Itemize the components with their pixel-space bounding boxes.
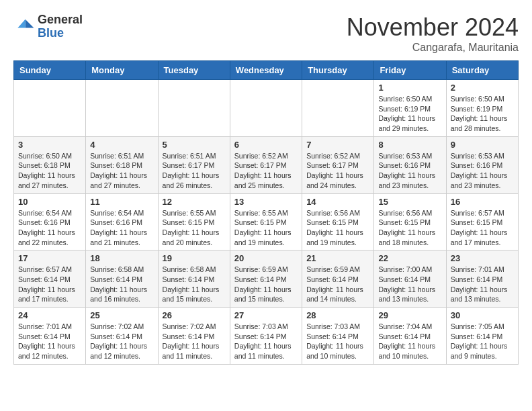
day-info: Sunrise: 7:02 AM Sunset: 6:14 PM Dayligh… — [90, 322, 153, 361]
calendar-day-29: 29Sunrise: 7:04 AM Sunset: 6:14 PM Dayli… — [374, 308, 446, 365]
calendar-day-18: 18Sunrise: 6:58 AM Sunset: 6:14 PM Dayli… — [86, 250, 158, 308]
day-info: Sunrise: 6:52 AM Sunset: 6:17 PM Dayligh… — [306, 151, 369, 191]
day-info: Sunrise: 6:57 AM Sunset: 6:14 PM Dayligh… — [18, 265, 81, 304]
calendar-table: SundayMondayTuesdayWednesdayThursdayFrid… — [13, 60, 519, 365]
day-number: 10 — [18, 197, 81, 207]
calendar-day-1: 1Sunrise: 6:50 AM Sunset: 6:19 PM Daylig… — [374, 80, 446, 137]
location: Cangarafa, Mauritania — [347, 42, 519, 54]
calendar-empty-cell — [14, 80, 86, 137]
day-number: 1 — [378, 83, 441, 93]
day-number: 20 — [234, 253, 298, 263]
calendar-day-22: 22Sunrise: 7:00 AM Sunset: 6:14 PM Dayli… — [374, 250, 446, 308]
svg-marker-0 — [26, 19, 34, 28]
calendar-week-3: 10Sunrise: 6:54 AM Sunset: 6:16 PM Dayli… — [14, 193, 519, 250]
calendar-day-13: 13Sunrise: 6:55 AM Sunset: 6:15 PM Dayli… — [230, 193, 302, 250]
day-number: 17 — [18, 253, 81, 263]
day-info: Sunrise: 7:02 AM Sunset: 6:14 PM Dayligh… — [163, 322, 226, 361]
day-info: Sunrise: 6:53 AM Sunset: 6:16 PM Dayligh… — [378, 151, 441, 191]
weekday-monday: Monday — [86, 61, 158, 80]
day-info: Sunrise: 6:58 AM Sunset: 6:14 PM Dayligh… — [163, 265, 226, 304]
calendar-day-28: 28Sunrise: 7:03 AM Sunset: 6:14 PM Dayli… — [302, 308, 374, 365]
day-info: Sunrise: 7:03 AM Sunset: 6:14 PM Dayligh… — [234, 322, 298, 361]
calendar-day-15: 15Sunrise: 6:56 AM Sunset: 6:15 PM Dayli… — [374, 193, 446, 250]
day-number: 28 — [306, 310, 369, 320]
day-info: Sunrise: 6:54 AM Sunset: 6:16 PM Dayligh… — [18, 208, 81, 248]
day-info: Sunrise: 6:56 AM Sunset: 6:15 PM Dayligh… — [378, 208, 441, 248]
day-number: 3 — [18, 140, 81, 150]
day-number: 12 — [163, 197, 226, 207]
calendar-week-1: 1Sunrise: 6:50 AM Sunset: 6:19 PM Daylig… — [14, 80, 519, 137]
day-number: 24 — [18, 310, 81, 320]
calendar-day-12: 12Sunrise: 6:55 AM Sunset: 6:15 PM Dayli… — [158, 193, 230, 250]
day-info: Sunrise: 7:00 AM Sunset: 6:14 PM Dayligh… — [378, 265, 441, 304]
day-info: Sunrise: 6:55 AM Sunset: 6:15 PM Dayligh… — [163, 208, 226, 248]
day-info: Sunrise: 7:04 AM Sunset: 6:14 PM Dayligh… — [378, 322, 441, 361]
calendar-empty-cell — [230, 80, 302, 137]
calendar-day-3: 3Sunrise: 6:50 AM Sunset: 6:18 PM Daylig… — [14, 136, 86, 193]
day-number: 2 — [451, 83, 514, 93]
day-number: 4 — [90, 140, 153, 150]
day-info: Sunrise: 7:05 AM Sunset: 6:14 PM Dayligh… — [451, 322, 514, 361]
logo-text: General Blue — [38, 13, 83, 40]
day-number: 27 — [234, 310, 298, 320]
weekday-wednesday: Wednesday — [230, 61, 302, 80]
svg-marker-1 — [17, 19, 25, 28]
day-info: Sunrise: 7:03 AM Sunset: 6:14 PM Dayligh… — [306, 322, 369, 361]
logo: General Blue — [13, 13, 83, 40]
day-number: 14 — [306, 197, 369, 207]
weekday-tuesday: Tuesday — [158, 61, 230, 80]
calendar-day-14: 14Sunrise: 6:56 AM Sunset: 6:15 PM Dayli… — [302, 193, 374, 250]
weekday-friday: Friday — [374, 61, 446, 80]
day-number: 19 — [163, 253, 226, 263]
day-number: 5 — [163, 140, 226, 150]
calendar-day-2: 2Sunrise: 6:50 AM Sunset: 6:19 PM Daylig… — [446, 80, 518, 137]
day-info: Sunrise: 6:57 AM Sunset: 6:15 PM Dayligh… — [451, 208, 514, 248]
calendar-day-4: 4Sunrise: 6:51 AM Sunset: 6:18 PM Daylig… — [86, 136, 158, 193]
day-number: 22 — [378, 253, 441, 263]
month-title: November 2024 — [347, 13, 519, 42]
calendar-empty-cell — [158, 80, 230, 137]
calendar-empty-cell — [302, 80, 374, 137]
calendar-day-20: 20Sunrise: 6:59 AM Sunset: 6:14 PM Dayli… — [230, 250, 302, 308]
calendar-header: SundayMondayTuesdayWednesdayThursdayFrid… — [14, 61, 519, 80]
day-info: Sunrise: 6:50 AM Sunset: 6:18 PM Dayligh… — [18, 151, 81, 191]
day-info: Sunrise: 6:59 AM Sunset: 6:14 PM Dayligh… — [306, 265, 369, 304]
calendar-day-5: 5Sunrise: 6:51 AM Sunset: 6:17 PM Daylig… — [158, 136, 230, 193]
calendar-day-9: 9Sunrise: 6:53 AM Sunset: 6:16 PM Daylig… — [446, 136, 518, 193]
day-number: 11 — [90, 197, 153, 207]
calendar-day-25: 25Sunrise: 7:02 AM Sunset: 6:14 PM Dayli… — [86, 308, 158, 365]
calendar-week-2: 3Sunrise: 6:50 AM Sunset: 6:18 PM Daylig… — [14, 136, 519, 193]
day-info: Sunrise: 6:55 AM Sunset: 6:15 PM Dayligh… — [234, 208, 298, 248]
calendar-day-27: 27Sunrise: 7:03 AM Sunset: 6:14 PM Dayli… — [230, 308, 302, 365]
day-number: 23 — [451, 253, 514, 263]
calendar-day-8: 8Sunrise: 6:53 AM Sunset: 6:16 PM Daylig… — [374, 136, 446, 193]
calendar-day-24: 24Sunrise: 7:01 AM Sunset: 6:14 PM Dayli… — [14, 308, 86, 365]
day-info: Sunrise: 6:50 AM Sunset: 6:19 PM Dayligh… — [378, 94, 441, 134]
day-info: Sunrise: 7:01 AM Sunset: 6:14 PM Dayligh… — [451, 265, 514, 304]
weekday-sunday: Sunday — [14, 61, 86, 80]
calendar-day-7: 7Sunrise: 6:52 AM Sunset: 6:17 PM Daylig… — [302, 136, 374, 193]
day-info: Sunrise: 6:58 AM Sunset: 6:14 PM Dayligh… — [90, 265, 153, 304]
calendar-day-10: 10Sunrise: 6:54 AM Sunset: 6:16 PM Dayli… — [14, 193, 86, 250]
day-number: 7 — [306, 140, 369, 150]
day-number: 9 — [451, 140, 514, 150]
calendar-day-26: 26Sunrise: 7:02 AM Sunset: 6:14 PM Dayli… — [158, 308, 230, 365]
calendar-day-17: 17Sunrise: 6:57 AM Sunset: 6:14 PM Dayli… — [14, 250, 86, 308]
day-info: Sunrise: 6:50 AM Sunset: 6:19 PM Dayligh… — [451, 94, 514, 134]
title-block: November 2024 Cangarafa, Mauritania — [347, 13, 519, 54]
calendar-day-11: 11Sunrise: 6:54 AM Sunset: 6:16 PM Dayli… — [86, 193, 158, 250]
day-number: 15 — [378, 197, 441, 207]
day-number: 18 — [90, 253, 153, 263]
day-number: 6 — [234, 140, 298, 150]
day-info: Sunrise: 6:56 AM Sunset: 6:15 PM Dayligh… — [306, 208, 369, 248]
day-number: 25 — [90, 310, 153, 320]
day-info: Sunrise: 6:53 AM Sunset: 6:16 PM Dayligh… — [451, 151, 514, 191]
day-info: Sunrise: 6:59 AM Sunset: 6:14 PM Dayligh… — [234, 265, 298, 304]
day-number: 26 — [163, 310, 226, 320]
weekday-thursday: Thursday — [302, 61, 374, 80]
calendar-empty-cell — [86, 80, 158, 137]
calendar-day-30: 30Sunrise: 7:05 AM Sunset: 6:14 PM Dayli… — [446, 308, 518, 365]
calendar-week-5: 24Sunrise: 7:01 AM Sunset: 6:14 PM Dayli… — [14, 308, 519, 365]
day-info: Sunrise: 6:52 AM Sunset: 6:17 PM Dayligh… — [234, 151, 298, 191]
day-info: Sunrise: 7:01 AM Sunset: 6:14 PM Dayligh… — [18, 322, 81, 361]
